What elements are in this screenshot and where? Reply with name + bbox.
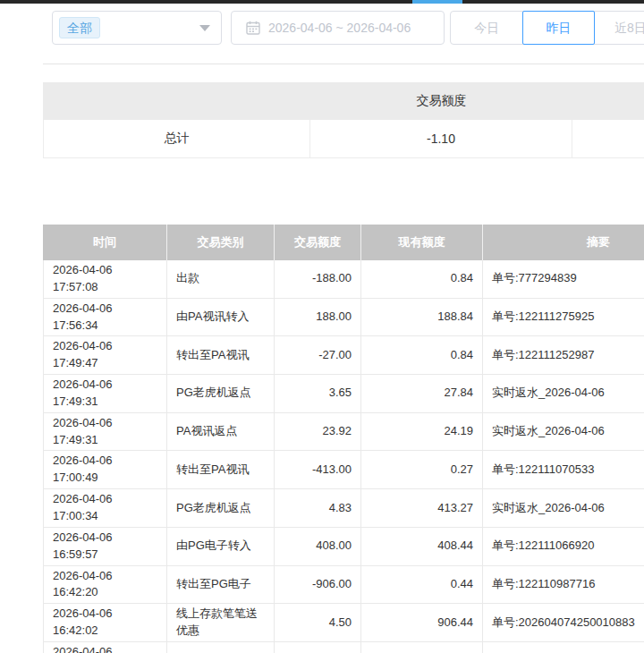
- cell-type: 出款: [167, 260, 275, 299]
- cell-time: 2026-04-06 17:00:49: [43, 451, 167, 489]
- table-row: 2026-04-06 17:00:34PG老虎机返点4.83413.27实时返水…: [43, 489, 644, 528]
- table-row: 2026-04-06 17:49:31PG老虎机返点3.6527.84实时返水_…: [43, 375, 644, 413]
- cell-summary: 单号:122111252987: [483, 336, 644, 375]
- quick-range-button-last-8-days[interactable]: 近8日: [595, 12, 644, 44]
- browser-top-strip: [0, 0, 644, 4]
- cell-balance: 906.44: [361, 604, 483, 642]
- cell-amount: 4.83: [275, 489, 361, 528]
- cell-summary: 单号:202604074250010883: [483, 642, 644, 653]
- cell-balance: 901.94: [361, 642, 483, 653]
- cell-summary: 实时返水_2026-04-06: [483, 489, 644, 528]
- active-tab-indicator: [412, 0, 462, 4]
- cell-summary: 实时返水_2026-04-06: [483, 375, 644, 413]
- cell-amount: 23.92: [275, 413, 361, 452]
- cell-type: 转出至PA视讯: [167, 451, 275, 489]
- cell-time: 2026-04-06 17:56:34: [43, 299, 167, 337]
- quick-range-group: 今日昨日近8日: [450, 11, 644, 45]
- quick-range-button-today[interactable]: 今日: [451, 12, 522, 44]
- table-row: 2026-04-06 16:42:02线上存款笔笔送优惠4.50906.44单号…: [43, 604, 644, 642]
- cell-summary: 单号:122111070533: [483, 451, 644, 489]
- cell-balance: 0.84: [361, 336, 483, 375]
- calendar-icon: [246, 21, 260, 35]
- table-row: 2026-04-06 16:42:20转出至PG电子-906.000.44单号:…: [43, 566, 644, 605]
- table-row: 2026-04-06 16:42:02线上存款900.00901.94单号:20…: [43, 642, 644, 653]
- cell-balance: 413.27: [361, 489, 483, 528]
- cell-amount: 188.00: [275, 299, 361, 337]
- quick-range-button-yesterday[interactable]: 昨日: [522, 11, 594, 45]
- cell-time: 2026-04-06 17:57:08: [43, 260, 167, 299]
- cell-summary: 单号:122110987716: [483, 566, 644, 605]
- cell-balance: 0.84: [361, 260, 483, 299]
- cell-amount: 3.65: [275, 375, 361, 413]
- summary-header-amount: 交易额度: [310, 82, 572, 120]
- column-header-summary: 摘要: [483, 225, 644, 260]
- cell-time: 2026-04-06 17:49:31: [43, 413, 167, 452]
- cell-time: 2026-04-06 16:42:02: [43, 642, 167, 653]
- date-range-value: 2026-04-06 ~ 2026-04-06: [268, 21, 411, 35]
- column-header-type: 交易类别: [167, 225, 275, 260]
- cell-type: PA视讯返点: [167, 413, 275, 452]
- cell-time: 2026-04-06 16:42:02: [43, 604, 167, 642]
- cell-type: 由PG电子转入: [167, 528, 275, 566]
- summary-header-row: 交易额度: [43, 82, 644, 120]
- cell-balance: 408.44: [361, 528, 483, 566]
- column-header-time: 时间: [43, 225, 167, 260]
- cell-time: 2026-04-06 16:59:57: [43, 528, 167, 566]
- cell-time: 2026-04-06 16:42:20: [43, 566, 167, 605]
- cell-amount: -906.00: [275, 566, 361, 605]
- column-header-amount: 交易额度: [275, 225, 361, 260]
- table-row: 2026-04-06 17:49:47转出至PA视讯-27.000.84单号:1…: [43, 336, 644, 375]
- transactions-body: 2026-04-06 17:57:08出款-188.000.84单号:77729…: [43, 260, 644, 653]
- summary-table: 交易额度 总计 -1.10: [43, 82, 644, 158]
- summary-total-value: -1.10: [310, 120, 572, 158]
- transactions-header-row: 时间交易类别交易额度现有额度摘要: [43, 225, 644, 260]
- column-header-balance: 现有额度: [361, 225, 483, 260]
- cell-type: PG老虎机返点: [167, 375, 275, 413]
- date-range-picker[interactable]: 2026-04-06 ~ 2026-04-06: [231, 11, 445, 45]
- cell-amount: 408.00: [275, 528, 361, 566]
- chevron-down-icon: [199, 25, 210, 31]
- cell-type: 转出至PG电子: [167, 566, 275, 605]
- cell-summary: 单号:202604074250010883: [483, 604, 644, 642]
- cell-type: 转出至PA视讯: [167, 336, 275, 375]
- cell-type: PG老虎机返点: [167, 489, 275, 528]
- summary-header-empty: [43, 82, 310, 120]
- cell-balance: 24.19: [361, 413, 483, 452]
- cell-type: 由PA视讯转入: [167, 299, 275, 337]
- cell-amount: -188.00: [275, 260, 361, 299]
- cell-summary: 单号:122111066920: [483, 528, 644, 566]
- summary-total-label: 总计: [43, 120, 310, 158]
- cell-balance: 27.84: [361, 375, 483, 413]
- cell-type: 线上存款: [167, 642, 275, 653]
- table-row: 2026-04-06 17:56:34由PA视讯转入188.00188.84单号…: [43, 299, 644, 337]
- cell-time: 2026-04-06 17:49:47: [43, 336, 167, 375]
- category-selected-tag[interactable]: 全部: [59, 17, 100, 38]
- table-row: 2026-04-06 17:49:31PA视讯返点23.9224.19实时返水_…: [43, 413, 644, 452]
- summary-empty-cell: [572, 120, 644, 158]
- cell-balance: 0.44: [361, 566, 483, 605]
- cell-time: 2026-04-06 17:49:31: [43, 375, 167, 413]
- table-row: 2026-04-06 17:00:49转出至PA视讯-413.000.27单号:…: [43, 451, 644, 489]
- cell-type: 线上存款笔笔送优惠: [167, 604, 275, 642]
- section-divider: [43, 64, 644, 64]
- cell-summary: 实时返水_2026-04-06: [483, 413, 644, 452]
- cell-time: 2026-04-06 17:00:34: [43, 489, 167, 528]
- table-row: 2026-04-06 17:57:08出款-188.000.84单号:77729…: [43, 260, 644, 299]
- cell-amount: 900.00: [275, 642, 361, 653]
- cell-summary: 单号:122111275925: [483, 299, 644, 337]
- category-select[interactable]: 全部: [52, 11, 222, 45]
- summary-header-empty-2: [572, 82, 644, 120]
- transactions-table: 时间交易类别交易额度现有额度摘要 2026-04-06 17:57:08出款-1…: [43, 225, 644, 653]
- summary-total-row: 总计 -1.10: [43, 120, 644, 158]
- table-row: 2026-04-06 16:59:57由PG电子转入408.00408.44单号…: [43, 528, 644, 566]
- cell-amount: -413.00: [275, 451, 361, 489]
- cell-amount: -27.00: [275, 336, 361, 375]
- cell-balance: 0.27: [361, 451, 483, 489]
- transaction-report-page: { "topbar": { "bar_color": "#282828", "a…: [0, 0, 644, 653]
- cell-summary: 单号:777294839: [483, 260, 644, 299]
- cell-amount: 4.50: [275, 604, 361, 642]
- cell-balance: 188.84: [361, 299, 483, 337]
